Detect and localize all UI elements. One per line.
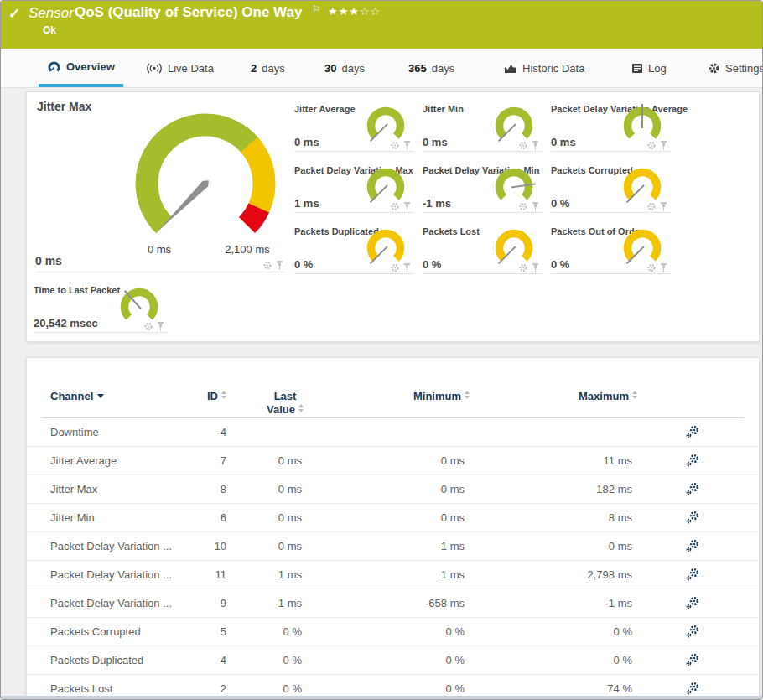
col-header-channel[interactable]: Channel: [50, 390, 104, 403]
gauges-panel: Jitter Max 0 ms 2,100 ms 0 ms Jitter Ave…: [26, 91, 760, 342]
gauge-settings-pin-icons[interactable]: [516, 200, 541, 215]
gauge-cell-packets-duplicated: Packets Duplicated0 %: [294, 225, 414, 274]
col-header-id[interactable]: ID: [161, 390, 226, 403]
tab-number: 365: [408, 62, 427, 75]
col-header-minimum[interactable]: Minimum: [345, 390, 470, 403]
channel-name[interactable]: Packet Delay Variation ...: [50, 532, 172, 560]
gauge-settings-pin-icons[interactable]: [644, 200, 669, 215]
sensor-status-badge: Ok: [43, 24, 56, 36]
channel-id: 8: [161, 475, 226, 503]
gauge-settings-pin-icons[interactable]: [516, 139, 541, 154]
col-header-maximum[interactable]: Maximum: [513, 390, 637, 403]
tab-number: 2: [251, 62, 257, 75]
gauge-value: 0 %: [294, 258, 313, 271]
tab-overview[interactable]: Overview: [39, 49, 123, 87]
channel-maximum: 0 %: [513, 646, 632, 674]
gauge-value: 0 ms: [423, 136, 448, 148]
channel-maximum: 2,798 ms: [513, 561, 632, 589]
channel-name[interactable]: Packet Delay Variation ...: [50, 589, 172, 617]
channel-id: 10: [161, 532, 226, 560]
sort-icon: [632, 391, 637, 399]
gauge-settings-pin-icons[interactable]: [387, 139, 413, 154]
gauge-value: -1 ms: [423, 197, 451, 210]
channel-settings-icon[interactable]: [685, 653, 700, 670]
channel-name[interactable]: Packet Delay Variation ...: [50, 561, 172, 589]
sensor-header: ✓ Sensor QoS (Quality of Service) One Wa…: [1, 1, 762, 49]
channel-settings-icon[interactable]: [685, 539, 700, 556]
sort-icon: [298, 404, 304, 412]
gauge-value: 1 ms: [294, 197, 319, 210]
channel-id: 5: [161, 618, 226, 646]
channel-name[interactable]: Jitter Max: [50, 475, 97, 503]
channel-settings-icon[interactable]: [685, 425, 700, 442]
channel-maximum: 0 %: [513, 618, 632, 646]
gauge-settings-pin-icons[interactable]: [387, 200, 413, 215]
gauge-settings-pin-icons[interactable]: [141, 320, 166, 335]
channel-minimum: -658 ms: [345, 589, 465, 617]
channel-settings-icon[interactable]: [685, 568, 700, 584]
channel-name[interactable]: Jitter Min: [50, 504, 95, 531]
channel-settings-icon[interactable]: [685, 454, 700, 470]
table-row: Packet Delay Variation ...111 ms1 ms2,79…: [27, 561, 759, 589]
gauge-settings-pin-icons[interactable]: [644, 139, 669, 154]
table-row: Jitter Max80 ms0 ms182 ms: [27, 475, 759, 504]
tab-label: days: [341, 62, 364, 75]
channel-minimum: -1 ms: [345, 532, 465, 560]
table-row: Packet Delay Variation ...9-1 ms-658 ms-…: [27, 589, 759, 618]
tab-30-days[interactable]: 30days: [316, 49, 373, 87]
gauge-value: 0 ms: [294, 136, 319, 148]
channel-settings-icon[interactable]: [685, 482, 700, 499]
channel-id: -4: [161, 418, 226, 446]
channel-settings-icon[interactable]: [685, 596, 700, 613]
channel-minimum: 1 ms: [345, 561, 465, 589]
gauge-value: 0 ms: [551, 136, 576, 148]
channel-last-value: -1 ms: [235, 589, 302, 617]
gauge-cell-packets-lost: Packets Lost0 %: [423, 225, 542, 274]
channel-last-value: 1 ms: [235, 561, 302, 589]
sensor-kind-label: Sensor: [29, 5, 74, 22]
gauge-value: 0 %: [551, 258, 569, 271]
gauge-settings-pin-icons[interactable]: [644, 262, 669, 277]
tab-2-days[interactable]: 2days: [242, 49, 293, 87]
tab-365-days[interactable]: 365days: [400, 49, 463, 87]
gauge-cell-time-to-last-packet: Time to Last Packet20,542 msec: [34, 283, 168, 333]
channel-last-value: 0 ms: [235, 447, 302, 474]
tab-live-data[interactable]: Live Data: [138, 49, 222, 87]
priority-stars[interactable]: ★★★☆☆: [328, 5, 381, 18]
tab-label: Overview: [66, 60, 115, 73]
channel-minimum: 0 %: [345, 618, 465, 646]
table-row: Packet Delay Variation ...100 ms-1 ms0 m…: [27, 532, 759, 561]
prtg-sensor-page: ✓ Sensor QoS (Quality of Service) One Wa…: [0, 0, 763, 700]
sensor-title: QoS (Quality of Service) One Way: [75, 4, 302, 21]
gauge-settings-pin-icons[interactable]: [387, 262, 413, 277]
channel-settings-icon[interactable]: [685, 625, 700, 641]
channel-name[interactable]: Downtime: [50, 418, 99, 446]
gauge-cell-packet-delay-variation-min: Packet Delay Variation Min-1 ms: [423, 163, 542, 213]
channel-name[interactable]: Packets Corrupted: [50, 618, 141, 646]
gauge-value: 20,542 msec: [34, 317, 98, 329]
live-icon: [146, 63, 163, 74]
table-row: Downtime-4: [27, 418, 759, 447]
tab-historic-data[interactable]: Historic Data: [496, 49, 593, 87]
channel-name[interactable]: Packets Duplicated: [50, 646, 143, 674]
log-icon: [631, 63, 643, 74]
sort-icon: [465, 391, 470, 399]
gauge-label: Time to Last Packet: [34, 285, 120, 295]
gauge-settings-pin-icons[interactable]: [516, 262, 541, 277]
gear-icon: [708, 62, 720, 75]
flag-icon[interactable]: ⚐: [312, 3, 321, 15]
tab-settings[interactable]: Settings: [699, 49, 763, 87]
channel-settings-icon[interactable]: [685, 511, 700, 527]
channel-id: 7: [161, 447, 226, 474]
channel-table-body: Downtime-4 Jitter Average70 ms0 ms11 ms …: [27, 418, 759, 700]
gauge-cell-jitter-min: Jitter Min0 ms: [423, 102, 542, 152]
channel-name[interactable]: Jitter Average: [50, 447, 117, 474]
col-header-last-value[interactable]: Last Value: [263, 390, 307, 417]
channels-panel: ChannelIDLast ValueMinimumMaximum Downti…: [26, 357, 760, 700]
channel-id: 11: [161, 561, 226, 589]
channel-last-value: 0 ms: [235, 532, 302, 560]
tab-log[interactable]: Log: [623, 49, 675, 87]
gauge-cell-packets-out-of-order: Packets Out of Order0 %: [551, 225, 671, 274]
table-row: Jitter Average70 ms0 ms11 ms: [27, 447, 759, 475]
channel-last-value: 0 ms: [235, 504, 302, 531]
